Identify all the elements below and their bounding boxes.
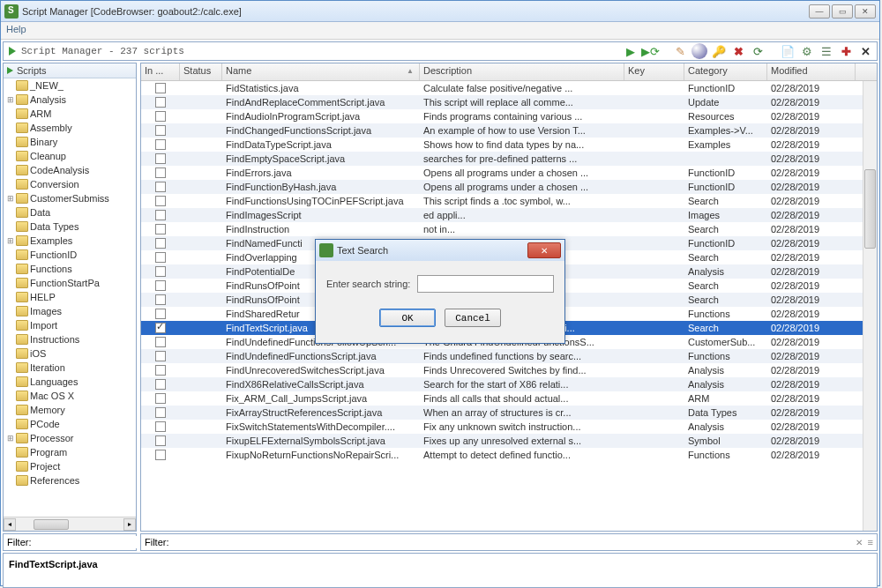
ok-button[interactable]: OK xyxy=(379,309,436,327)
run-again-icon[interactable]: ▶⟳ xyxy=(642,43,658,59)
sidebar-item[interactable]: Project xyxy=(4,459,136,473)
sidebar-item[interactable]: Instructions xyxy=(4,332,136,346)
cancel-button[interactable]: Cancel xyxy=(445,309,501,327)
sidebar-item[interactable]: Import xyxy=(4,318,136,332)
row-checkbox[interactable] xyxy=(155,252,166,263)
filter-options-icon[interactable]: ≡ xyxy=(868,537,873,547)
delete-icon[interactable]: ✖ xyxy=(730,43,746,59)
table-row[interactable]: FindImagesScripted appli...Images02/28/2… xyxy=(141,208,877,222)
table-row[interactable]: FindInstructionnot in...Search02/28/2019 xyxy=(141,222,877,236)
table-row[interactable]: FindUndefinedFunctionsScript.javaFinds u… xyxy=(141,349,877,363)
row-checkbox[interactable] xyxy=(155,309,166,319)
row-checkbox[interactable] xyxy=(155,323,166,333)
row-checkbox[interactable] xyxy=(155,351,166,361)
sidebar-item[interactable]: Data xyxy=(4,205,136,220)
row-checkbox[interactable] xyxy=(155,83,166,93)
row-checkbox[interactable] xyxy=(155,435,166,446)
sidebar-item[interactable]: Conversion xyxy=(4,177,136,191)
scroll-thumb[interactable] xyxy=(864,169,876,249)
sidebar-item[interactable]: ⊞CustomerSubmiss xyxy=(4,191,136,205)
row-checkbox[interactable] xyxy=(155,450,166,460)
col-desc[interactable]: Description xyxy=(420,63,624,80)
col-mod[interactable]: Modified xyxy=(767,63,856,80)
sidebar-item[interactable]: References xyxy=(4,473,136,488)
row-checkbox[interactable] xyxy=(155,294,166,305)
col-name[interactable]: Name▲ xyxy=(222,63,420,80)
key-icon[interactable]: 🔑 xyxy=(711,43,727,59)
row-checkbox[interactable] xyxy=(155,224,166,234)
scroll-right-icon[interactable]: ▸ xyxy=(123,518,136,531)
row-checkbox[interactable] xyxy=(155,167,166,178)
sidebar-item[interactable]: ⊞Analysis xyxy=(4,93,136,107)
row-checkbox[interactable] xyxy=(155,210,166,220)
sidebar-item[interactable]: Functions xyxy=(4,262,136,276)
sidebar-item[interactable]: PCode xyxy=(4,417,136,431)
sidebar-item[interactable]: Languages xyxy=(4,375,136,389)
sidebar-item[interactable]: ⊞Examples xyxy=(4,234,136,248)
row-checkbox[interactable] xyxy=(155,182,166,192)
sidebar-item[interactable]: Iteration xyxy=(4,361,136,375)
sidebar-item[interactable]: FunctionStartPa xyxy=(4,276,136,290)
table-row[interactable]: FixSwitchStatementsWithDecompiler....Fix… xyxy=(141,420,877,434)
sidebar-item[interactable]: Images xyxy=(4,304,136,318)
sidebar-item[interactable]: FunctionID xyxy=(4,248,136,262)
col-key[interactable]: Key xyxy=(624,63,684,80)
row-checkbox[interactable] xyxy=(155,97,166,108)
row-checkbox[interactable] xyxy=(155,421,166,432)
add-icon[interactable]: ✚ xyxy=(838,43,854,59)
col-cat[interactable]: Category xyxy=(684,63,767,80)
scroll-thumb[interactable] xyxy=(34,519,69,530)
row-checkbox[interactable] xyxy=(155,196,166,206)
sidebar-item[interactable]: CodeAnalysis xyxy=(4,163,136,177)
table-row[interactable]: FixupELFExternalSymbolsScript.javaFixes … xyxy=(141,434,877,448)
row-checkbox[interactable] xyxy=(155,393,166,404)
row-checkbox[interactable] xyxy=(155,125,166,136)
table-row[interactable]: FixupNoReturnFunctionsNoRepairScri...Att… xyxy=(141,448,877,462)
table-row[interactable]: FindUnrecoveredSwitchesScript.javaFinds … xyxy=(141,363,877,377)
table-row[interactable]: FindDataTypeScript.javaShows how to find… xyxy=(141,138,877,152)
table-row[interactable]: FindFunctionByHash.javaOpens all program… xyxy=(141,180,877,194)
sidebar-item[interactable]: ⊞Processor xyxy=(4,431,136,445)
sidebar-item[interactable]: ARM xyxy=(4,107,136,121)
sidebar-item[interactable]: Memory xyxy=(4,403,136,417)
col-status[interactable]: Status xyxy=(180,63,222,80)
sidebar-item[interactable]: Binary xyxy=(4,135,136,149)
menu-help[interactable]: Help xyxy=(6,24,26,34)
row-checkbox[interactable] xyxy=(155,280,166,291)
table-row[interactable]: FixArrayStructReferencesScript.java When… xyxy=(141,406,877,420)
sidebar-item[interactable]: Assembly xyxy=(4,121,136,135)
close-panel-icon[interactable]: ✕ xyxy=(857,43,873,59)
table-row[interactable]: FindErrors.javaOpens all programs under … xyxy=(141,166,877,180)
sidebar-item[interactable]: HELP xyxy=(4,290,136,304)
tree[interactable]: _NEW_⊞AnalysisARMAssemblyBinaryCleanupCo… xyxy=(4,78,136,517)
run-icon[interactable]: ▶ xyxy=(623,43,639,59)
table-scrollbar[interactable] xyxy=(863,81,877,531)
titlebar[interactable]: Script Manager [CodeBrowser: goabout2:/c… xyxy=(1,1,879,22)
tree-scrollbar[interactable]: ◂ ▸ xyxy=(4,517,136,531)
sidebar-item[interactable]: Data Types xyxy=(4,220,136,234)
close-button[interactable]: ✕ xyxy=(855,4,876,19)
table-row[interactable]: FindAndReplaceCommentScript.javaThis scr… xyxy=(141,95,877,109)
table-filter-input[interactable] xyxy=(173,536,852,548)
table-row[interactable]: FindEmptySpaceScript.javasearches for pr… xyxy=(141,152,877,166)
table-row[interactable]: FindChangedFunctionsScript.javaAn exampl… xyxy=(141,123,877,138)
row-checkbox[interactable] xyxy=(155,111,166,122)
row-checkbox[interactable] xyxy=(155,407,166,418)
search-input[interactable] xyxy=(417,275,554,293)
clear-icon[interactable]: ✕ xyxy=(856,538,863,547)
table-row[interactable]: Fix_ARM_Call_JumpsScript.javaFinds all c… xyxy=(141,391,877,406)
maximize-button[interactable]: ▭ xyxy=(832,4,853,19)
table-row[interactable]: FindFunctionsUsingTOCinPEFScript.javaThi… xyxy=(141,194,877,208)
refresh-icon[interactable]: ⟳ xyxy=(750,43,766,59)
row-checkbox[interactable] xyxy=(155,379,166,390)
row-checkbox[interactable] xyxy=(155,365,166,376)
script-dirs-icon[interactable]: 📄 xyxy=(780,43,796,59)
row-checkbox[interactable] xyxy=(155,153,166,164)
row-checkbox[interactable] xyxy=(155,238,166,249)
minimize-button[interactable]: — xyxy=(809,4,830,19)
table-row[interactable]: FidStatistics.javaCalculate false positi… xyxy=(141,81,877,95)
scroll-left-icon[interactable]: ◂ xyxy=(4,518,16,531)
sidebar-item[interactable]: _NEW_ xyxy=(4,78,136,93)
dialog-titlebar[interactable]: Text Search ✕ xyxy=(316,240,564,261)
sidebar-item[interactable]: Cleanup xyxy=(4,149,136,163)
